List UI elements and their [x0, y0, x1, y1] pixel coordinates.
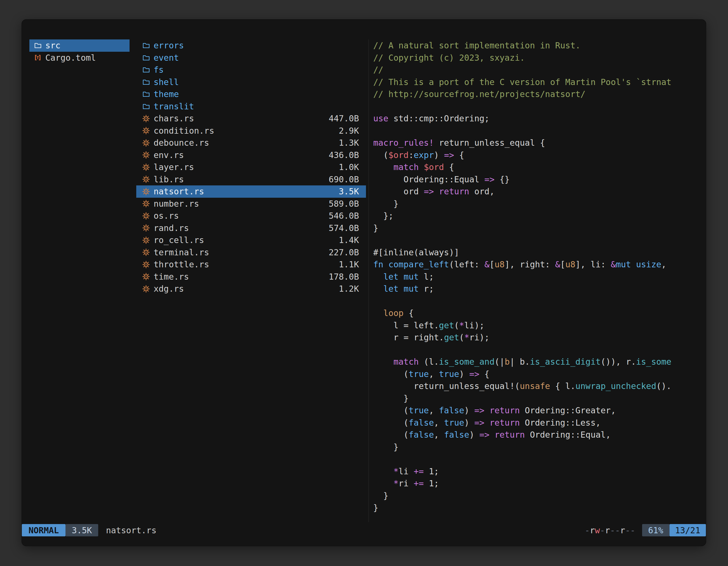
code-token: [373, 478, 393, 488]
code-token: match: [393, 357, 419, 366]
item-size: 436.0B: [329, 150, 359, 160]
code-token: return_unless_equal!(: [373, 381, 520, 391]
code-line: (false, false) => return Ordering::Equal…: [373, 429, 703, 441]
dir-row-errors[interactable]: errors: [136, 39, 366, 52]
code-token: [: [560, 260, 565, 269]
code-token: }: [373, 199, 398, 209]
item-label: number.rs: [154, 199, 199, 209]
item-size: 447.0B: [329, 114, 359, 123]
file-row-Cargo.toml[interactable]: Cargo.toml: [29, 52, 130, 64]
item-label: condition.rs: [154, 126, 214, 136]
item-label: env.rs: [154, 150, 184, 160]
code-line: ($ord:expr) => {: [373, 149, 703, 161]
code-token: }: [373, 503, 378, 513]
item-size: 227.0B: [329, 248, 359, 257]
code-token: u8: [565, 260, 575, 269]
file-row-ro_cell.rs[interactable]: ro_cell.rs1.4K: [136, 234, 366, 247]
perm-char: -: [625, 525, 630, 535]
code-token: =>: [469, 369, 479, 379]
dir-row-fs[interactable]: fs: [136, 64, 366, 76]
item-label: Cargo.toml: [45, 53, 96, 63]
item-label: time.rs: [154, 272, 189, 282]
code-line: macro_rules! return_unless_equal {: [373, 137, 703, 149]
file-row-rand.rs[interactable]: rand.rs574.0B: [136, 222, 366, 234]
file-row-throttle.rs[interactable]: throttle.rs1.1K: [136, 259, 366, 271]
code-token: ,: [429, 369, 439, 379]
dir-row-src[interactable]: src: [29, 39, 130, 52]
dir-row-translit[interactable]: translit: [136, 100, 366, 113]
code-token: ): [459, 369, 469, 379]
file-row-natsort.rs[interactable]: natsort.rs3.5K: [136, 186, 366, 198]
file-row-condition.rs[interactable]: condition.rs2.9K: [136, 125, 366, 137]
item-size: 2.9K: [339, 126, 359, 136]
item-label: xdg.rs: [154, 284, 184, 293]
status-bar: NORMAL 3.5K natsort.rs -rw-r--r-- 61% 13…: [22, 524, 706, 536]
file-row-xdg.rs[interactable]: xdg.rs1.2K: [136, 283, 366, 295]
item-label: shell: [154, 77, 179, 87]
code-token: $ord: [388, 150, 408, 160]
rust-icon: [142, 127, 150, 135]
code-line: [373, 234, 703, 247]
code-token: ().: [656, 381, 671, 391]
item-label: layer.rs: [154, 162, 194, 172]
code-line: match $ord {: [373, 161, 703, 173]
item-label: lib.rs: [154, 175, 184, 184]
code-token: mut: [616, 260, 631, 269]
mode-badge: NORMAL: [22, 524, 65, 536]
code-token: &: [611, 260, 616, 269]
code-token: {: [454, 150, 464, 160]
code-line: return_unless_equal!(unsafe { l.unwrap_u…: [373, 380, 703, 392]
code-line: // A natural sort implementation in Rust…: [373, 39, 703, 52]
code-token: // Copyright (c) 2023, sxyazi.: [373, 53, 525, 63]
file-row-debounce.rs[interactable]: debounce.rs1.3K: [136, 137, 366, 149]
code-token: usize: [636, 260, 661, 269]
item-size: 546.0B: [329, 211, 359, 221]
file-row-env.rs[interactable]: env.rs436.0B: [136, 149, 366, 161]
file-row-number.rs[interactable]: number.rs589.0B: [136, 198, 366, 210]
percent-badge: 61%: [642, 524, 670, 536]
code-token: =>: [484, 175, 494, 184]
code-token: return: [439, 187, 469, 196]
item-label: translit: [154, 102, 194, 111]
perm-char: -: [615, 525, 620, 535]
item-size: 589.0B: [329, 199, 359, 209]
file-row-chars.rs[interactable]: chars.rs447.0B: [136, 112, 366, 125]
file-row-os.rs[interactable]: os.rs546.0B: [136, 210, 366, 222]
rust-icon: [142, 188, 150, 196]
code-token: true: [408, 369, 429, 379]
perm-char: r: [590, 525, 595, 535]
code-token: {: [403, 308, 414, 318]
code-token: is_some: [636, 357, 671, 366]
code-line: }: [373, 441, 703, 453]
code-line: //: [373, 64, 703, 76]
rust-icon: [142, 115, 150, 123]
code-token: return: [489, 405, 520, 415]
code-token: ): [434, 150, 444, 160]
code-token: ): [464, 405, 474, 415]
code-token: [: [489, 260, 494, 269]
dir-row-theme[interactable]: theme: [136, 88, 366, 100]
perm-char: w: [595, 525, 600, 535]
perm-char: r: [605, 525, 610, 535]
item-label: errors: [154, 41, 184, 50]
code-token: mut: [403, 272, 419, 282]
code-token: b: [505, 357, 510, 366]
item-label: debounce.rs: [154, 138, 209, 148]
file-row-terminal.rs[interactable]: terminal.rs227.0B: [136, 247, 366, 259]
dir-row-shell[interactable]: shell: [136, 76, 366, 88]
code-token: unsafe: [520, 381, 550, 391]
item-label: theme: [154, 89, 179, 99]
dir-row-event[interactable]: event: [136, 52, 366, 64]
code-token: [373, 162, 393, 172]
code-token: (: [373, 369, 408, 379]
folder-icon: [142, 90, 150, 98]
file-row-layer.rs[interactable]: layer.rs1.0K: [136, 161, 366, 173]
code-token: // http://sourcefrog.net/projects/natsor…: [373, 89, 586, 99]
code-token: r = right.: [373, 332, 444, 342]
code-line: [373, 453, 703, 465]
file-row-time.rs[interactable]: time.rs178.0B: [136, 271, 366, 283]
code-token: l = left.: [373, 320, 439, 330]
item-size: 574.0B: [329, 223, 359, 233]
code-token: ,: [661, 260, 666, 269]
file-row-lib.rs[interactable]: lib.rs690.0B: [136, 173, 366, 186]
